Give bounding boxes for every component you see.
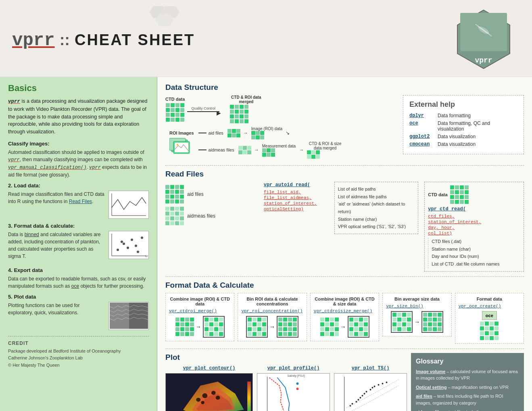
fc-col-4: Bin average size data vpr_size_bin() →: [382, 293, 451, 336]
fc-g-3b: [348, 316, 369, 338]
meas-data-grid: [262, 148, 296, 156]
vpr-ctd-read-func[interactable]: vpr_ctd_read(: [428, 206, 466, 212]
oce-link[interactable]: oce: [71, 283, 79, 289]
gloss-entry-4: aidmeas files – text files including mea…: [416, 409, 519, 411]
plot-ts-func[interactable]: vpr_plot_TS(): [352, 365, 390, 371]
svg-rect-8: [110, 191, 148, 218]
ds-row-1: CTD data Quality Control ▶: [165, 95, 393, 123]
step-2-title: 2. Load data:: [8, 183, 149, 189]
format-calc-section: Format Data & Calculate Combine image (R…: [165, 281, 524, 344]
ext-dplyr-pkg[interactable]: dplyr: [409, 113, 434, 118]
svg-point-56: [352, 403, 353, 405]
ctd-param-2: station_of_interest,: [428, 220, 520, 224]
ext-ggplot2-pkg[interactable]: ggplot2: [409, 134, 434, 139]
vprr-logo-text: vprr: [12, 30, 55, 50]
credit-line-2: Catherine Johnson's Zooplankton Lab: [8, 355, 149, 362]
ctd-d-3: Day and hour IDs (num): [432, 253, 520, 260]
pd-1: List of aid file paths: [338, 185, 415, 193]
aid-row: aid files → Image (ROI) data: [198, 127, 344, 139]
fc-g-2b: [278, 318, 297, 336]
deco-hexes: [141, 4, 190, 36]
vprr-inline: vprr: [8, 99, 20, 104]
plot-items: vpr_plot_contour(): [165, 365, 407, 411]
arr-1: →: [243, 130, 248, 136]
vpr-autoid-func[interactable]: vpr_autoid_read(: [264, 182, 310, 188]
plot-profile-func[interactable]: vpr_plot_profile(): [267, 365, 320, 371]
rf-param-descs: List of aid file paths List of aidmeas f…: [334, 182, 419, 234]
roi-data-label: Image (ROI) data: [251, 127, 282, 131]
autoid-params: file_list_aid, file_list_aidmeas, statio…: [264, 190, 328, 212]
ctd-d-4: List of CTD .dat file column names: [432, 260, 520, 268]
ctd-grid: [166, 103, 184, 122]
step-4: 4. Export data Data can be exported to r…: [8, 267, 149, 290]
param-station-interest: station_of_interest,: [264, 201, 328, 206]
read-files-link[interactable]: Read Files: [69, 199, 92, 204]
step-3-chart: time: [110, 232, 148, 258]
fc-title: Format Data & Calculate: [165, 281, 524, 290]
fc-func-1[interactable]: vpr_ctdroi_merge(): [169, 309, 231, 313]
svg-point-62: [366, 391, 367, 392]
fc-viz-5: oce: [459, 311, 520, 340]
glossary-box: Glossary Image volume – calculated volum…: [411, 353, 524, 411]
arr-4: →: [299, 147, 304, 153]
credit-line-1: Package developed at Bedford Institute o…: [8, 348, 149, 355]
rf-func-col: vpr_autoid_read( file_list_aid, file_lis…: [264, 182, 328, 214]
roi-images-label: ROI Images: [169, 131, 194, 135]
ctd-param-4: col_list): [428, 231, 520, 236]
divider-2: [165, 276, 524, 277]
aid-file-grid: [165, 185, 184, 203]
fc-col-3: Combine image (ROI) & CTD & size data vp…: [310, 293, 379, 341]
roi-icon: [169, 137, 192, 155]
aidmeas-file-label: aidmeas files: [187, 213, 215, 219]
svg-point-53: [296, 388, 299, 390]
ext-oce-pkg[interactable]: oce: [409, 120, 434, 132]
svg-rect-45: [247, 382, 251, 411]
param-optical-setting: opticalSetting): [264, 207, 328, 212]
step-5-content: Plotting functions can be used for explo…: [8, 302, 104, 316]
rf-layout: aid files aidmeas files: [165, 182, 524, 272]
fc-func-2[interactable]: vpr_roi_concentration(): [241, 309, 303, 313]
param-file-list-aid: file_list_aid,: [264, 190, 328, 195]
aid-line: [198, 133, 207, 133]
svg-rect-54: [338, 374, 403, 411]
plot-contour-func[interactable]: vpr_plot_contour(): [183, 365, 236, 371]
fc-g-4b-inner: [423, 313, 442, 331]
fc-col-1: Combine image (ROI) & CTD data vpr_ctdro…: [165, 293, 234, 341]
data-structure-section: Data Structure CTD data: [165, 83, 524, 160]
aidmeas-row: aidmeas files → Measurement data: [198, 141, 344, 158]
ctd-read-header: CTD data: [428, 185, 520, 204]
bottom-row: Plot vpr_plot_contour(): [165, 353, 524, 411]
qc-arrow-head: ▶: [217, 110, 221, 116]
aid-label: aid files: [209, 131, 223, 135]
fc-viz-4: →: [386, 311, 448, 333]
svg-point-61: [364, 393, 365, 394]
ctd-param-3: day, hour,: [428, 225, 520, 230]
fc-func-4[interactable]: vpr_size_bin(): [386, 304, 448, 309]
step-3-title: 3. Format data & calculate:: [8, 223, 149, 229]
plot-profile: vpr_plot_profile(): [257, 365, 330, 411]
svg-point-68: [386, 382, 388, 383]
ctd-d-2: Station name (char): [432, 245, 520, 253]
svg-rect-11: [110, 232, 148, 258]
read-files-section: Read Files aid files: [165, 170, 524, 272]
svg-point-16: [135, 245, 137, 247]
roi-data-node: Image (ROI) data: [251, 127, 282, 139]
fc-func-3[interactable]: vpr_ctdroisize_merge(): [314, 309, 376, 313]
plot-ts: vpr_plot_TS(): [334, 365, 407, 411]
ctd-grid-rf: [450, 185, 469, 204]
oce-box: oce: [482, 311, 497, 320]
gloss-term-4: aidmeas files: [416, 409, 444, 411]
ext-oce-desc: Data formatting, QC and visualization: [438, 120, 517, 132]
fc-func-5[interactable]: vpr_oce_create(): [459, 304, 520, 309]
fc-g-4a: [391, 311, 413, 333]
step-2-content: Read image classification files and CTD …: [8, 191, 104, 205]
ext-cmocean-pkg[interactable]: cmocean: [409, 141, 434, 147]
rf-title: Read Files: [165, 170, 524, 179]
divider-3: [165, 349, 524, 349]
svg-point-15: [131, 239, 133, 241]
param-file-list-aidmeas: file_list_aidmeas,: [264, 195, 328, 200]
aid-file-label: aid files: [187, 191, 204, 197]
gloss-def-2: – magnification setting on VPR: [448, 385, 508, 390]
gloss-term-3: aid files: [416, 394, 432, 399]
svg-point-67: [382, 383, 384, 384]
